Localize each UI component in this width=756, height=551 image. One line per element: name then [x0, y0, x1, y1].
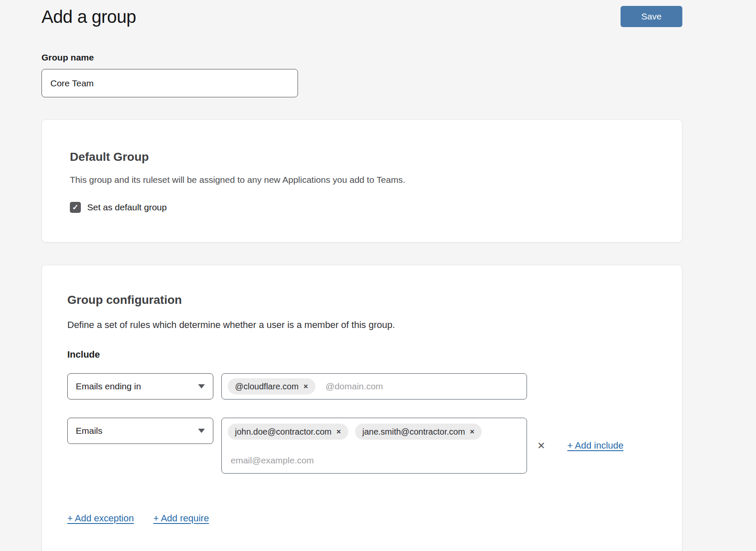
domain-entry-input[interactable]: [326, 381, 521, 391]
email-tags-line: john.doe@contractor.com ✕ jane.smith@con…: [228, 424, 521, 440]
tag-label: john.doe@contractor.com: [235, 427, 331, 437]
include-rule-row-2: Emails john.doe@contractor.com ✕ jane.sm…: [67, 418, 657, 474]
rule-value-input-1[interactable]: @cloudflare.com ✕: [221, 373, 527, 399]
chevron-down-icon: [198, 384, 205, 388]
tag-label: @cloudflare.com: [235, 382, 298, 391]
add-exception-link[interactable]: + Add exception: [67, 513, 134, 524]
default-group-title: Default Group: [70, 150, 654, 164]
group-configuration-description: Define a set of rules which determine wh…: [67, 320, 657, 331]
tag-remove-icon[interactable]: ✕: [336, 428, 341, 435]
add-require-link[interactable]: + Add require: [153, 513, 209, 524]
tag-remove-icon[interactable]: ✕: [303, 383, 308, 390]
add-include-link[interactable]: + Add include: [567, 440, 624, 451]
email-tag: john.doe@contractor.com ✕: [228, 424, 348, 440]
set-default-group-label: Set as default group: [87, 202, 167, 212]
checkbox-checked-icon[interactable]: ✓: [70, 202, 81, 213]
group-configuration-card: Group configuration Define a set of rule…: [41, 265, 682, 551]
email-entry-input[interactable]: [228, 455, 521, 466]
rule-value-input-2[interactable]: john.doe@contractor.com ✕ jane.smith@con…: [221, 418, 527, 474]
rule-type-select-2[interactable]: Emails: [67, 418, 213, 444]
page-title: Add a group: [41, 6, 136, 27]
chevron-down-icon: [198, 429, 205, 433]
tag-remove-icon[interactable]: ✕: [470, 428, 475, 435]
check-icon: ✓: [72, 203, 78, 212]
rule-links-row: + Add exception + Add require: [67, 513, 657, 524]
default-group-description: This group and its ruleset will be assig…: [70, 175, 654, 185]
email-domain-tag: @cloudflare.com ✕: [228, 378, 315, 394]
set-default-group-checkbox[interactable]: ✓ Set as default group: [70, 202, 654, 213]
remove-rule-icon[interactable]: ✕: [537, 440, 545, 452]
email-tag: jane.smith@contractor.com ✕: [355, 424, 482, 440]
group-name-input[interactable]: [41, 69, 298, 97]
group-name-section: Group name: [41, 52, 756, 97]
include-rule-row-1: Emails ending in @cloudflare.com ✕: [67, 373, 657, 399]
default-group-card: Default Group This group and its ruleset…: [41, 119, 682, 242]
rule-type-select-1[interactable]: Emails ending in: [67, 373, 213, 399]
tag-label: jane.smith@contractor.com: [362, 427, 465, 437]
page-header: Add a group Save: [0, 0, 756, 27]
rule-type-select-2-value: Emails: [76, 426, 102, 436]
group-name-label: Group name: [41, 52, 756, 63]
include-label: Include: [67, 349, 657, 360]
save-button[interactable]: Save: [621, 6, 682, 27]
group-configuration-title: Group configuration: [67, 293, 657, 307]
rule-type-select-1-value: Emails ending in: [76, 381, 141, 391]
